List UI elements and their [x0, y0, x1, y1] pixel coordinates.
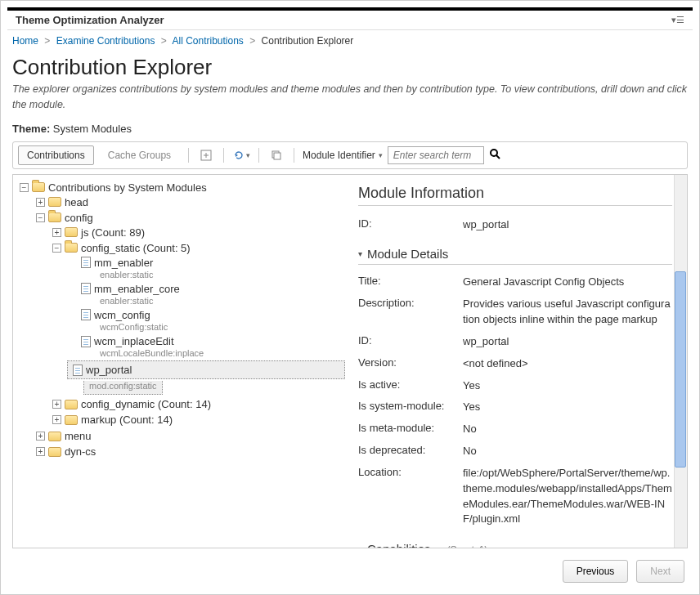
refresh-icon[interactable]: ▾	[232, 147, 250, 163]
page-subtitle: The explorer organizes contributions by …	[1, 82, 699, 119]
file-icon	[73, 365, 83, 376]
new-item-icon[interactable]	[197, 147, 215, 163]
module-identifier-dropdown[interactable]: Module Identifier▾	[303, 150, 383, 161]
leaf-sublabel: enabler:static	[100, 296, 345, 306]
copy-icon[interactable]	[267, 147, 285, 163]
tree-node-config-dynamic[interactable]: +config_dynamic (Count: 14)	[51, 397, 345, 411]
expand-icon[interactable]: +	[52, 415, 61, 424]
tree-node-config[interactable]: −config	[34, 211, 345, 225]
chevron-right-icon: ▸	[358, 544, 362, 548]
folder-icon	[48, 197, 61, 207]
file-icon	[81, 336, 91, 347]
leaf-sublabel: wcmLocaleBundle:inplace	[100, 348, 345, 359]
window-actions-icon[interactable]: ▾☰	[671, 15, 684, 25]
file-icon	[81, 283, 91, 294]
theme-line: Theme: System Modules	[1, 119, 699, 141]
tab-cache-groups[interactable]: Cache Groups	[99, 145, 180, 165]
app-title: Theme Optimization Analyzer	[16, 14, 164, 26]
crumb-home[interactable]: Home	[12, 35, 38, 47]
svg-rect-4	[274, 153, 280, 159]
folder-icon	[48, 432, 61, 441]
tree-pane: −Contributions by System Modules +head −…	[13, 175, 347, 548]
tree-leaf-selected[interactable]: wp_portal mod.config:static	[67, 360, 345, 396]
leaf-sublabel: enabler:static	[100, 270, 345, 280]
folder-icon	[65, 415, 78, 425]
tree-node-markup[interactable]: +markup (Count: 14)	[51, 413, 345, 427]
collapse-icon[interactable]: −	[52, 244, 61, 253]
svg-point-5	[491, 150, 497, 156]
detail-pane: Module Information ID:wp_portal ▾Module …	[347, 175, 687, 548]
svg-line-6	[496, 155, 500, 159]
scrollbar-track[interactable]	[674, 175, 687, 548]
folder-icon	[65, 227, 78, 237]
expand-icon[interactable]: +	[36, 447, 45, 456]
tree-node-config-static[interactable]: −config_static (Count: 5)	[51, 241, 345, 255]
crumb-current: Contribution Explorer	[262, 35, 354, 47]
folder-icon	[65, 400, 78, 409]
previous-button[interactable]: Previous	[563, 560, 629, 583]
crumb-examine[interactable]: Examine Contributions	[56, 35, 155, 47]
collapse-icon[interactable]: −	[36, 213, 45, 222]
module-info-heading: Module Information	[358, 185, 672, 206]
toolbar: Contributions Cache Groups ▾ Module Iden…	[12, 141, 688, 169]
leaf-sublabel: mod.config:static	[83, 381, 163, 395]
file-icon	[81, 309, 91, 320]
capabilities-section[interactable]: ▸Capabilities (Count: 1)	[358, 539, 672, 548]
tree-leaf[interactable]: wcm_config	[67, 308, 345, 322]
next-button[interactable]: Next	[636, 560, 684, 583]
tree-node-head[interactable]: +head	[34, 195, 345, 209]
breadcrumb: Home > Examine Contributions > All Contr…	[1, 30, 699, 51]
chevron-down-icon: ▾	[358, 249, 362, 258]
tab-contributions[interactable]: Contributions	[18, 145, 94, 165]
folder-icon	[48, 212, 61, 222]
folder-icon	[48, 447, 61, 457]
tree-leaf[interactable]: wcm_inplaceEdit	[67, 334, 345, 348]
tree-node-menu[interactable]: +menu	[34, 429, 345, 443]
crumb-all[interactable]: All Contributions	[172, 35, 243, 47]
file-icon	[81, 257, 91, 268]
tree-node-dyn-cs[interactable]: +dyn-cs	[34, 445, 345, 459]
expand-icon[interactable]: +	[36, 198, 45, 207]
folder-icon	[65, 243, 78, 253]
search-input[interactable]	[388, 146, 484, 164]
tree-node-js[interactable]: +js (Count: 89)	[51, 226, 345, 239]
expand-icon[interactable]: +	[52, 400, 61, 409]
collapse-icon[interactable]: −	[20, 183, 29, 192]
scrollbar-thumb[interactable]	[675, 271, 686, 468]
search-icon[interactable]	[489, 148, 500, 162]
tree-root[interactable]: −Contributions by System Modules	[18, 181, 345, 195]
expand-icon[interactable]: +	[36, 432, 45, 441]
module-details-section[interactable]: ▾Module Details	[358, 244, 672, 265]
folder-icon	[32, 182, 45, 192]
tree-leaf[interactable]: mm_enabler_core	[67, 282, 345, 296]
page-title: Contribution Explorer	[1, 51, 699, 82]
expand-icon[interactable]: +	[52, 228, 61, 237]
leaf-sublabel: wcmConfig:static	[100, 322, 345, 333]
tree-leaf[interactable]: mm_enabler	[67, 256, 345, 270]
